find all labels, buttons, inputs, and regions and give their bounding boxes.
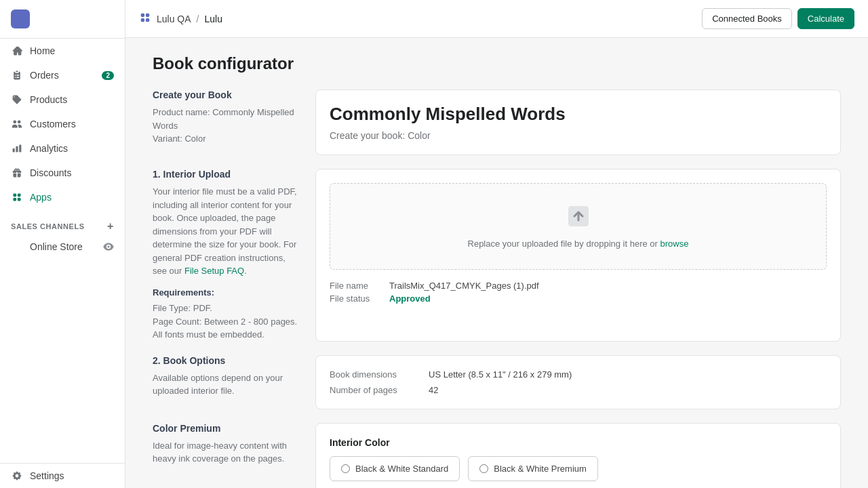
book-pages-row: Number of pages 42 [330, 385, 827, 395]
sidebar-bottom: Settings [0, 463, 125, 488]
calculate-button[interactable]: Calculate [797, 8, 854, 29]
apps-icon [11, 191, 23, 203]
create-book-left: Create your Book Product name: Commonly … [153, 89, 302, 155]
file-status-value: Approved [389, 293, 431, 304]
workspace-name: Lulu QA [157, 14, 191, 24]
workspace-icon [139, 12, 151, 26]
color-premium-section: Color Premium Ideal for image-heavy cont… [153, 423, 841, 489]
color-premium-left: Color Premium Ideal for image-heavy cont… [153, 423, 302, 489]
sidebar-item-products[interactable]: Products [0, 87, 125, 112]
interior-upload-section-title: 1. Interior Upload [153, 169, 302, 180]
sidebar-item-online-store[interactable]: Online Store [0, 235, 125, 258]
book-title: Commonly Mispelled Words [330, 104, 827, 125]
sidebar-nav: Home Orders 2 Products Customers Analy [0, 39, 125, 209]
sidebar-item-customers[interactable]: Customers [0, 112, 125, 136]
add-sales-channel-icon[interactable]: + [107, 220, 114, 232]
orders-icon [11, 69, 23, 81]
upload-dropzone[interactable]: Replace your uploaded file by dropping i… [330, 183, 827, 270]
color-premium-section-title: Color Premium [153, 423, 302, 434]
bw-standard-option[interactable]: Black & White Standard [330, 456, 460, 481]
bw-standard-label: Black & White Standard [355, 464, 448, 474]
interior-upload-left: 1. Interior Upload Your interior file mu… [153, 169, 302, 342]
sidebar-item-discounts[interactable]: Discounts [0, 161, 125, 185]
book-options-left: 2. Book Options Available options depend… [153, 355, 302, 409]
book-dimensions-value: US Letter (8.5 x 11" / 216 x 279 mm) [429, 369, 572, 380]
browse-link[interactable]: browse [660, 239, 689, 249]
sidebar-item-orders-label: Orders [30, 70, 59, 81]
interior-upload-section: 1. Interior Upload Your interior file mu… [153, 169, 841, 342]
interior-color-title: Interior Color [330, 437, 827, 448]
create-book-card: Commonly Mispelled Words Create your boo… [315, 89, 841, 155]
color-premium-desc: Ideal for image-heavy content with heavy… [153, 439, 302, 466]
bw-premium-option[interactable]: Black & White Premium [468, 456, 598, 481]
store-icon [11, 9, 30, 28]
sidebar-item-orders[interactable]: Orders 2 [0, 63, 125, 87]
book-pages-value: 42 [429, 385, 438, 395]
topbar-actions: Connected Books Calculate [702, 8, 854, 29]
eye-icon [103, 241, 114, 252]
interior-upload-desc: Your interior file must be a valid PDF, … [153, 185, 302, 342]
file-status-row: File status Approved [330, 293, 827, 304]
book-options-grid: Book dimensions US Letter (8.5 x 11" / 2… [330, 369, 827, 395]
create-book-section-title: Create your Book [153, 89, 302, 100]
file-name-value: TrailsMix_Q417_CMYK_Pages (1).pdf [389, 281, 539, 291]
book-options-desc: Available options depend on your uploade… [153, 371, 302, 398]
book-options-section-title: 2. Book Options [153, 355, 302, 366]
book-options-card: Book dimensions US Letter (8.5 x 11" / 2… [315, 355, 841, 409]
sidebar-item-home[interactable]: Home [0, 39, 125, 63]
sidebar-item-customers-label: Customers [30, 119, 76, 129]
sidebar-item-discounts-label: Discounts [30, 167, 71, 178]
customers-icon [11, 118, 23, 130]
upload-icon [351, 204, 806, 233]
breadcrumb-separator: / [197, 14, 199, 24]
file-setup-faq-link[interactable]: File Setup FAQ [184, 266, 244, 276]
create-book-desc: Product name: Commonly Mispelled Words V… [153, 106, 302, 146]
products-icon [11, 94, 23, 106]
breadcrumb: Lulu QA / Lulu [139, 12, 222, 26]
sidebar-item-home-label: Home [30, 45, 55, 56]
home-icon [11, 45, 23, 57]
bw-premium-radio[interactable] [479, 464, 488, 473]
sidebar-item-settings[interactable]: Settings [0, 464, 125, 488]
upload-prompt: Replace your uploaded file by dropping i… [351, 239, 806, 249]
sidebar: Home Orders 2 Products Customers Analy [0, 0, 125, 488]
store-logo [0, 0, 125, 39]
create-book-section: Create your Book Product name: Commonly … [153, 89, 841, 155]
settings-icon [11, 470, 23, 482]
sidebar-item-analytics[interactable]: Analytics [0, 136, 125, 161]
breadcrumb-current: Lulu [204, 14, 222, 24]
book-options-section: 2. Book Options Available options depend… [153, 355, 841, 409]
main-panel: Lulu QA / Lulu Connected Books Calculate… [125, 0, 868, 488]
bw-premium-label: Black & White Premium [494, 464, 587, 474]
file-name-row: File name TrailsMix_Q417_CMYK_Pages (1).… [330, 281, 827, 291]
discounts-icon [11, 167, 23, 179]
sidebar-item-analytics-label: Analytics [30, 143, 68, 154]
sidebar-item-apps-label: Apps [30, 192, 52, 203]
bw-standard-radio[interactable] [341, 464, 350, 473]
book-subtitle: Create your book: Color [330, 130, 827, 141]
sidebar-item-apps[interactable]: Apps [0, 185, 125, 209]
topbar: Lulu QA / Lulu Connected Books Calculate [125, 0, 868, 38]
analytics-icon [11, 142, 23, 155]
requirements-title: Requirements: [153, 286, 302, 300]
interior-upload-card: Replace your uploaded file by dropping i… [315, 169, 841, 342]
sales-channels-section: SALES CHANNELS + [0, 209, 125, 235]
book-dimensions-row: Book dimensions US Letter (8.5 x 11" / 2… [330, 369, 827, 380]
page-title: Book configurator [153, 54, 841, 73]
sidebar-item-settings-label: Settings [30, 470, 64, 481]
content-area: Book configurator Create your Book Produ… [125, 38, 868, 488]
orders-badge: 2 [102, 71, 114, 80]
interior-color-options: Black & White Standard Black & White Pre… [330, 456, 827, 481]
connected-books-button[interactable]: Connected Books [702, 8, 792, 29]
color-premium-card: Interior Color Black & White Standard Bl… [315, 423, 841, 489]
sidebar-item-products-label: Products [30, 94, 67, 105]
file-info: File name TrailsMix_Q417_CMYK_Pages (1).… [330, 281, 827, 304]
